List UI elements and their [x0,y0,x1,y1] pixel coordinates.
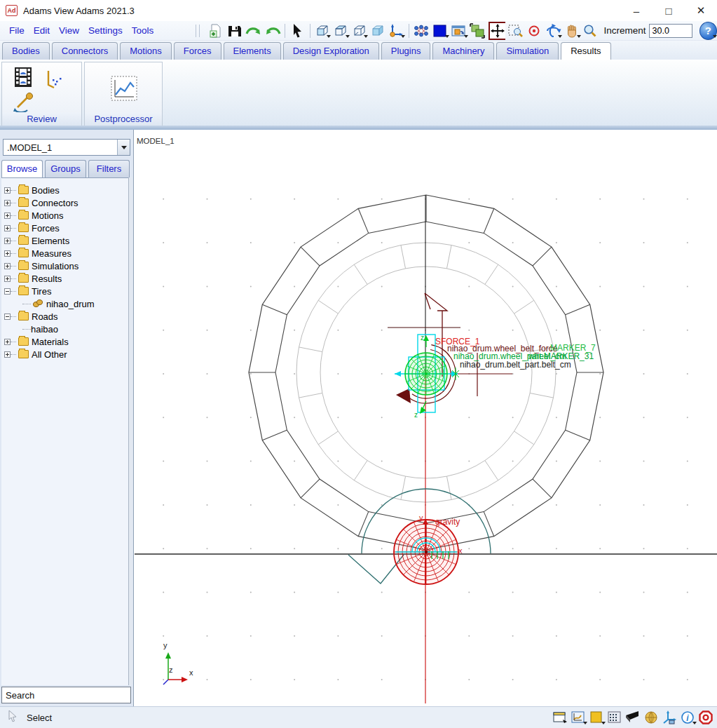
tab-elements[interactable]: Elements [224,42,281,60]
folder-icon [18,312,29,321]
render-window-icon[interactable] [551,709,568,726]
shaded-view-cube-icon[interactable] [369,22,385,39]
tree-item-materials[interactable]: Materials [1,335,128,348]
menu-tools[interactable]: Tools [132,25,154,36]
iso-view-cube-icon[interactable] [332,22,348,39]
front-view-cube-icon[interactable] [314,22,330,39]
grid-toggle-icon[interactable] [587,709,605,726]
assembly-icon[interactable] [413,22,430,39]
zoom-box-icon[interactable] [507,22,524,39]
search-box[interactable] [1,687,131,703]
expand-icon[interactable] [4,351,11,358]
belt-cm-label: nihao_drum.belt_part.belt_cm [460,360,571,370]
center-view-icon[interactable] [489,22,505,39]
tree-item-all-other[interactable]: All Other [1,348,128,360]
wireframe-view-cube-icon[interactable] [351,22,367,39]
menu-edit[interactable]: Edit [34,25,50,36]
expand-icon[interactable] [4,187,11,194]
tab-motions[interactable]: Motions [120,42,172,60]
chevron-down-icon[interactable] [117,140,130,155]
model-scene[interactable] [135,130,717,706]
tab-plugins[interactable]: Plugins [381,42,431,60]
tire-icon [33,299,43,308]
undo-icon[interactable] [264,22,281,39]
tab-machinery[interactable]: Machinery [432,42,494,60]
collapse-icon[interactable] [4,288,11,295]
maximize-button[interactable]: □ [653,0,685,21]
new-model-icon[interactable] [208,22,224,39]
expand-icon[interactable] [4,225,11,231]
rotate-view-icon[interactable] [545,22,561,39]
expand-icon[interactable] [4,213,11,219]
tree-item-motions[interactable]: Motions [1,209,128,222]
triad-toggle-icon[interactable] [660,709,678,726]
view-flag-icon[interactable] [624,709,641,726]
tree-item-bodies[interactable]: Bodies [1,184,128,196]
animation-film-icon[interactable] [12,66,34,91]
zoom-icon[interactable] [582,22,599,39]
shaded-globe-icon[interactable] [642,709,660,726]
appearance-swatch-icon[interactable] [432,22,448,39]
target-icon[interactable] [526,22,542,39]
expand-icon[interactable] [4,276,11,282]
tab-filters[interactable]: Filters [88,160,130,177]
tree-item-nihao-drum[interactable]: nihao_drum [1,297,128,310]
ribbon-tab-bar: Bodies Connectors Motions Forces Element… [0,41,717,60]
redo-icon[interactable] [245,22,262,39]
folder-icon [18,337,29,346]
tree-item-connectors[interactable]: Connectors [1,196,128,209]
search-input[interactable] [2,687,130,703]
tab-bodies[interactable]: Bodies [2,42,50,60]
tab-forces[interactable]: Forces [174,42,221,60]
plot-window-icon[interactable] [569,709,587,726]
menu-settings[interactable]: Settings [88,25,123,36]
expand-icon[interactable] [4,238,11,244]
tab-browse[interactable]: Browse [1,160,43,177]
expand-icon[interactable] [4,200,11,206]
working-window-icon[interactable] [451,22,467,39]
toolbar-separator [409,24,409,38]
minimize-button[interactable]: – [620,0,653,21]
info-icon[interactable]: i [678,709,696,726]
tree-scrollbar[interactable] [128,177,132,685]
tab-simulation[interactable]: Simulation [496,42,559,60]
model-viewport[interactable]: MODEL_1 SFORCE_1 nihao_drum.wheel_belt_f… [135,130,717,706]
viewport-model-label: MODEL_1 [137,137,175,145]
stop-icon[interactable] [697,709,714,726]
fit-to-selection-icon[interactable] [470,22,486,39]
folder-icon [18,224,29,232]
tree-item-results[interactable]: Results [1,272,128,285]
measure-plot-icon[interactable] [44,69,65,92]
tree-item-simulations[interactable]: Simulations [1,259,128,272]
origin-axis-icon[interactable] [388,22,404,39]
close-button[interactable]: ✕ [685,0,717,21]
collapse-icon[interactable] [4,314,11,320]
pan-hand-icon[interactable] [564,22,580,39]
triad-z-label: z [169,666,173,674]
increment-input[interactable] [649,24,692,38]
folder-icon [18,350,29,358]
tree-item-elements[interactable]: Elements [1,234,128,247]
select-cursor-icon[interactable] [289,22,306,39]
menu-view[interactable]: View [59,25,79,36]
tree-item-roads[interactable]: Roads [1,310,128,323]
tree-item-haibao[interactable]: haibao [1,323,128,335]
expand-icon[interactable] [4,250,11,257]
save-database-icon[interactable] [226,22,243,39]
model-selector[interactable]: .MODEL_1 [3,139,130,156]
tab-design-exploration[interactable]: Design Exploration [283,42,379,60]
tab-results[interactable]: Results [561,42,610,60]
tab-connectors[interactable]: Connectors [52,42,118,60]
menu-file[interactable]: File [9,25,25,36]
postprocessor-chart-icon[interactable] [110,75,138,105]
table-editor-icon[interactable] [606,709,623,726]
gravity-label: gravity [435,517,460,527]
expand-icon[interactable] [4,263,11,269]
expand-icon[interactable] [4,339,11,345]
tree-item-tires[interactable]: Tires [1,285,128,297]
tree-item-forces[interactable]: Forces [1,222,128,234]
tab-groups[interactable]: Groups [45,160,86,177]
menu-toolbar-row: File Edit View Settings Tools [0,21,717,41]
help-button[interactable]: ? [699,22,717,40]
tree-item-measures[interactable]: Measures [1,247,128,259]
